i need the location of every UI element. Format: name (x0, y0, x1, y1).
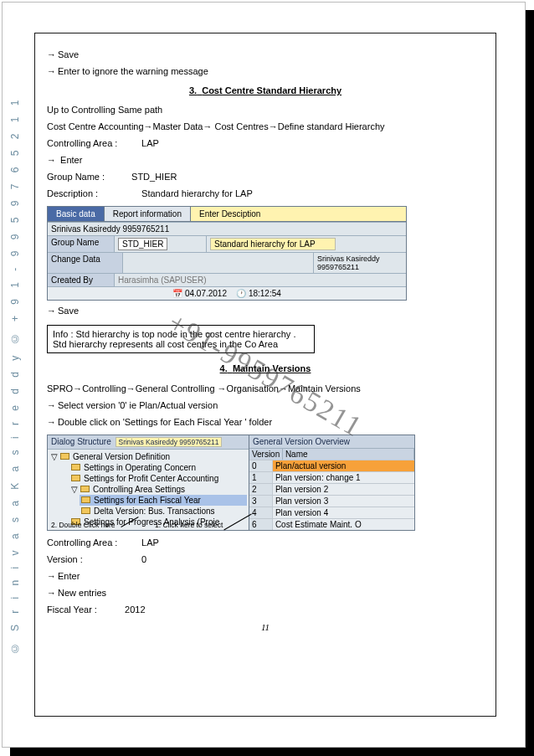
step-ignore-warning: Enter to ignore the warning message (47, 64, 484, 79)
field-description: Description : Standard hierarchy for LAP (47, 187, 484, 201)
date-cell: 📅 04.07.2012 🕐 18:12:54 (169, 287, 285, 300)
folder-icon (80, 486, 90, 492)
page-number: 11 (47, 622, 484, 632)
step-double-click: Double click on 'Settings for Each Fisca… (47, 415, 484, 429)
field-version: Version : 0 (47, 553, 484, 567)
label: General Version Definition (73, 452, 170, 461)
step-enter: Enter (47, 153, 484, 167)
created-by-row: Created By Harasimha (SAPUSER) (48, 273, 406, 286)
step-select-version: Select version '0' ie Plan/Actual versio… (47, 399, 484, 413)
field-fiscal-year: Fiscal Year : 2012 (47, 603, 484, 617)
version-row-3[interactable]: 3Plan version 3 (249, 495, 414, 507)
tree-item-profit-center[interactable]: Settings for Profit Center Accounting (69, 473, 247, 484)
name: Plan version: change 1 (273, 472, 414, 483)
folder-icon (81, 496, 90, 503)
tree-title: Dialog Structure (51, 437, 111, 446)
text: Double click on 'Settings for Each Fisca… (58, 417, 272, 427)
text: Enter (60, 155, 82, 165)
callout-double-click: 2. Double Click here (51, 521, 116, 529)
label: Description : (47, 187, 139, 201)
name: Plan version 2 (273, 484, 414, 495)
label: Settings in Operating Concern (84, 463, 196, 472)
version-row-1[interactable]: 1Plan version: change 1 (249, 471, 414, 483)
ver: 2 (249, 484, 273, 495)
value: 2012 (125, 604, 145, 615)
step-save-2: Save (47, 304, 484, 318)
label: Controlling Area : (47, 136, 139, 151)
group-label: Group Name (48, 236, 115, 252)
created-by-value: Harasimha (SAPUSER) (115, 274, 406, 286)
label: Settings for Each Fiscal Year (94, 496, 201, 505)
page-shadow-bottom (10, 748, 534, 756)
tab-strip: Basic data Report information Enter Desc… (48, 207, 406, 222)
info-line-2: Std hierarchy represents all cost centre… (53, 339, 309, 349)
group-input[interactable]: STD_HIER (118, 238, 167, 250)
table-header: Version Name (249, 449, 414, 460)
ver: 3 (249, 496, 273, 507)
label: Fiscal Year : (47, 603, 122, 617)
name: Plan version 4 (273, 507, 414, 518)
tree-item-fiscal-year[interactable]: Settings for Each Fiscal Year (80, 495, 247, 506)
tree-header: Dialog Structure Srinivas Kasireddy 9959… (48, 435, 249, 450)
section-4-heading: 4. Maintain Versions (47, 362, 484, 376)
sap-basic-data-panel: Basic data Report information Enter Desc… (47, 206, 407, 301)
text: Select version '0' ie Plan/Actual versio… (58, 400, 218, 410)
version-row-6[interactable]: 6Cost Estimate Maint. O (249, 518, 414, 530)
tree-item-delta-version[interactable]: Delta Version: Bus. Transactions (80, 506, 247, 517)
tree-item-general-version[interactable]: ▽General Version Definition (49, 451, 247, 462)
version-row-0[interactable]: 0Plan/actual version (249, 460, 414, 471)
label: Settings for Profit Center Accounting (84, 474, 218, 483)
field-group-name: Group Name : STD_HIER (47, 170, 484, 184)
text: Enter (58, 571, 80, 581)
folder-icon (81, 507, 90, 514)
version-row-4[interactable]: 4Plan version 4 (249, 507, 414, 518)
name: Plan version 3 (273, 496, 414, 507)
tab-enter-description: Enter Desciption (191, 207, 406, 222)
tab-report-info[interactable]: Report information (105, 207, 191, 222)
note-uptopath: Up to Controlling Same path (47, 103, 484, 117)
col-name: Name (283, 449, 414, 460)
ver: 1 (249, 472, 273, 483)
section-title-text: Cost Centre Standard Hierarchy (202, 85, 341, 95)
value: Standard hierarchy for LAP (141, 188, 253, 198)
tree-author: Srinivas Kasireddy 9959765211 (116, 437, 221, 447)
step-save: Save (47, 48, 484, 62)
step-new-entries: New entries (47, 586, 484, 600)
right-info: Srinivas Kasireddy 9959765211 (314, 253, 406, 273)
tab-basic-data[interactable]: Basic data (48, 207, 105, 222)
label: Controlling Area Settings (93, 485, 185, 494)
date-time-row: 📅 04.07.2012 🕐 18:12:54 (48, 286, 406, 300)
field-controlling-area-2: Controlling Area : LAP (47, 536, 484, 550)
callout-click-select: 1. Click here to select (155, 521, 223, 529)
nav-path-4: SPRO→Controlling→General Controlling →Or… (47, 382, 484, 396)
section-num: 4. (220, 363, 228, 373)
label: Group Name : (47, 170, 129, 184)
label: Controlling Area : (47, 536, 139, 550)
date-value: 04.07.2012 (185, 289, 227, 298)
label: Delta Version: Bus. Transactions (94, 507, 215, 516)
text: Save (58, 306, 79, 316)
text: Enter to ignore the warning message (58, 66, 208, 76)
nav-path-3: Cost Centre Accounting→Master Data→ Cost… (47, 120, 484, 134)
desc-input[interactable]: Standard hierarchy for LAP (210, 238, 336, 250)
value: LAP (141, 138, 159, 148)
value: STD_HIER (131, 172, 177, 182)
ver: 0 (249, 460, 273, 471)
value: 0 (141, 554, 146, 564)
author-row: Srinivas Kasireddy 9959765211 (48, 222, 406, 235)
tree-item-controlling-area[interactable]: ▽Controlling Area Settings (69, 484, 247, 495)
version-row-2[interactable]: 2Plan version 2 (249, 483, 414, 495)
tree-item-operating-concern[interactable]: Settings in Operating Concern (69, 462, 247, 473)
table-title: General Version Overview (249, 435, 414, 449)
info-box: Info : Std hierarchy is top node in the … (47, 325, 315, 353)
tree-body: ▽General Version Definition Settings in … (48, 450, 249, 529)
folder-icon (71, 475, 80, 481)
time-value: 18:12:54 (249, 289, 281, 298)
folder-icon (60, 453, 69, 460)
step-enter-2: Enter (47, 569, 484, 584)
text: New entries (58, 588, 106, 598)
version-table-pane: General Version Overview Version Name 0P… (249, 435, 414, 530)
dialog-structure-panel: Dialog Structure Srinivas Kasireddy 9959… (47, 435, 415, 531)
ver: 4 (249, 507, 273, 518)
section-title-text: Maintain Versions (233, 363, 311, 373)
